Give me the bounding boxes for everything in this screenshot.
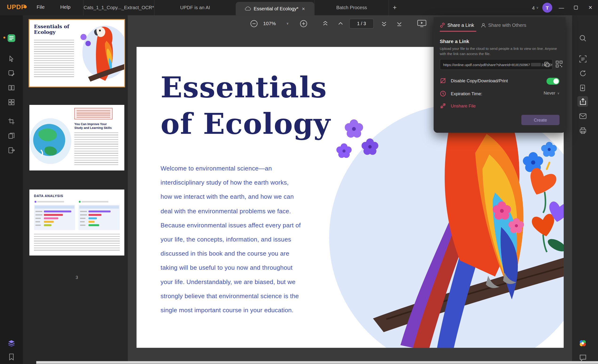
share-link-field[interactable]: https://online.updf.com/pdf/share?shareI… xyxy=(440,59,553,70)
presentation-mode-icon[interactable] xyxy=(417,19,427,27)
select-tool-icon[interactable] xyxy=(6,53,17,64)
new-tab-button[interactable]: + xyxy=(389,0,400,15)
disable-copy-row: Disable Copy/Download/Print xyxy=(440,77,508,84)
export-icon[interactable] xyxy=(6,145,17,156)
thumb1-parrot-art xyxy=(77,20,125,87)
tab-share-a-link[interactable]: Share a Link xyxy=(440,23,474,28)
thumbnail-page-2[interactable]: You Can Improve Your Study and Learning … xyxy=(29,105,125,171)
last-page-button[interactable] xyxy=(396,20,403,27)
disable-copy-toggle[interactable] xyxy=(547,78,559,85)
zoom-level[interactable]: 107% xyxy=(263,21,276,26)
zoom-out-button[interactable] xyxy=(250,19,258,28)
tab-batch-process[interactable]: Batch Process xyxy=(314,0,389,15)
document-body: Welcome to environmental science—an inte… xyxy=(161,161,351,317)
expiration-row: Expiration Time: xyxy=(440,90,482,97)
search-icon[interactable] xyxy=(577,33,588,43)
share-icon[interactable] xyxy=(577,96,588,107)
taskbar-strip xyxy=(36,361,598,364)
left-toolbar-rail xyxy=(0,15,23,364)
thumb2-callout-box xyxy=(74,108,112,119)
copy-link-icon[interactable] xyxy=(544,61,550,67)
expiration-label: Expiration Time: xyxy=(451,91,482,96)
sync-history-icon[interactable] xyxy=(577,68,588,79)
thumb1-title: Essentials of Ecology xyxy=(34,24,80,35)
create-button[interactable]: Create xyxy=(521,115,559,125)
thumbnail-panel: Essentials of Ecology 1 xyxy=(23,15,128,364)
zoom-in-button[interactable] xyxy=(299,19,308,28)
first-page-button[interactable] xyxy=(322,20,329,27)
thumbnail-page-3[interactable]: DATA ANALYSIS xyxy=(29,190,125,256)
reader-mode-icon[interactable] xyxy=(6,33,17,43)
titlebar: UPDF File Help Cats_1_1_Copy..._Extract_… xyxy=(0,0,598,15)
right-toolbar-rail xyxy=(572,15,598,364)
edit-pdf-icon[interactable] xyxy=(6,82,17,93)
text-lines-placeholder xyxy=(34,234,120,251)
body-line: discussed in this book and the course yo… xyxy=(161,247,351,261)
tab-strip: Cats_1_1_Copy..._Extract_OCR* UPDF is an… xyxy=(83,0,400,15)
thumb3-charts-art xyxy=(34,200,120,231)
maximize-button[interactable] xyxy=(571,0,581,15)
tab-essential-of-ecology[interactable]: Essential of Ecology* × xyxy=(236,2,314,15)
thumb2-title: You Can Improve Your Study and Learning … xyxy=(74,123,114,130)
layers-icon[interactable] xyxy=(6,338,17,348)
minimize-button[interactable]: — xyxy=(556,0,567,15)
maximize-icon xyxy=(574,6,578,9)
titlebar-right: 4 ∨ T — × xyxy=(532,0,596,15)
unshare-label: Unshare File xyxy=(451,103,476,108)
avatar[interactable]: T xyxy=(542,3,552,12)
print-icon[interactable] xyxy=(577,125,588,136)
cloud-sync-icon xyxy=(245,6,251,11)
text-lines-placeholder xyxy=(74,132,118,166)
bookmark-icon[interactable] xyxy=(6,352,17,362)
organize-pages-icon[interactable] xyxy=(6,97,17,108)
next-page-button[interactable] xyxy=(380,20,388,27)
disable-copy-icon xyxy=(440,77,446,84)
comment-icon[interactable] xyxy=(6,68,17,79)
unshare-row[interactable]: Unshare File xyxy=(440,102,476,109)
tab-close-icon[interactable]: × xyxy=(302,6,305,12)
ocr-icon[interactable] xyxy=(577,53,588,64)
tab-share-with-others[interactable]: Share with Others xyxy=(481,23,526,28)
person-icon xyxy=(481,23,486,27)
updf-window: UPDF File Help Cats_1_1_Copy..._Extract_… xyxy=(0,0,598,364)
document-title-line2: of Ecology xyxy=(161,106,331,142)
qr-code-icon[interactable] xyxy=(556,61,563,67)
ai-assistant-icon[interactable] xyxy=(577,338,588,348)
zoom-dropdown-chevron-icon[interactable]: ∨ xyxy=(286,22,289,25)
body-line: interdisciplinary study of how the earth… xyxy=(161,175,351,190)
thumbnail-page-1[interactable]: Essentials of Ecology xyxy=(29,20,125,87)
crop-pages-icon[interactable] xyxy=(6,116,17,126)
disable-copy-label: Disable Copy/Download/Print xyxy=(451,78,508,83)
share-dialog: Share a Link Share with Others Share a L… xyxy=(434,17,565,133)
text-lines-placeholder xyxy=(34,40,74,78)
menu-file[interactable]: File xyxy=(37,4,45,10)
body-line: Welcome to environmental science—an xyxy=(161,161,351,175)
menu-help[interactable]: Help xyxy=(60,4,70,10)
redacted-segment xyxy=(531,63,541,66)
tab-count-dropdown[interactable]: 4 ∨ xyxy=(532,5,539,10)
page-indicator[interactable]: 1 / 3 xyxy=(349,19,374,28)
thumb3-title: DATA ANALYSIS xyxy=(34,194,63,198)
email-icon[interactable] xyxy=(577,110,588,121)
thumb2-earth-art xyxy=(29,105,73,171)
body-line: strongly believe that environmental scie… xyxy=(161,289,351,303)
expiration-dropdown[interactable]: Never ∨ xyxy=(544,91,559,95)
body-line: Because environmental issues affect ever… xyxy=(161,218,351,232)
chevron-down-icon: ∨ xyxy=(536,6,539,9)
save-as-icon[interactable] xyxy=(577,82,588,93)
share-dialog-heading: Share a Link xyxy=(440,39,469,44)
previous-page-button[interactable] xyxy=(337,20,344,27)
thumb3-page-number: 3 xyxy=(29,275,125,279)
document-title: Essentials of Ecology xyxy=(161,69,331,142)
unshare-icon xyxy=(440,102,446,109)
body-line: taking will be useful to you now and thr… xyxy=(161,261,351,275)
body-line: how we interact with the earth, and how … xyxy=(161,190,351,204)
close-button[interactable]: × xyxy=(585,0,596,15)
notification-dot xyxy=(4,37,5,39)
body-line: your life. Understandably, we are biased… xyxy=(161,275,351,289)
body-line: your life, the concepts, information, an… xyxy=(161,232,351,247)
page-tools-icon[interactable] xyxy=(6,131,17,141)
tab-cats-extract-ocr[interactable]: Cats_1_1_Copy..._Extract_OCR* xyxy=(83,0,154,15)
updf-logo: UPDF xyxy=(7,4,25,11)
tab-updf-is-an-ai[interactable]: UPDF is an AI xyxy=(154,0,236,15)
